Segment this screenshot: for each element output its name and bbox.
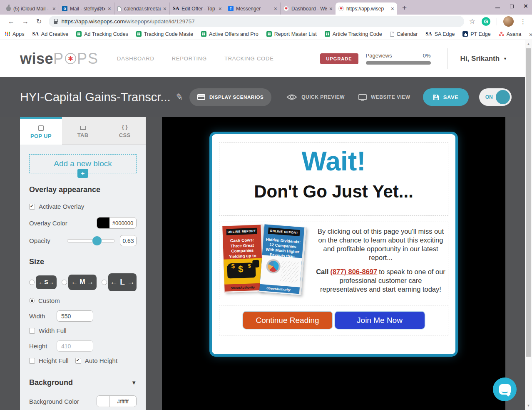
bookmark-star-icon[interactable]: ☆: [469, 17, 475, 26]
size-l-radio[interactable]: [102, 280, 107, 285]
tab-popup[interactable]: POP UP: [20, 117, 62, 145]
width-input[interactable]: 550: [57, 310, 93, 322]
wisepops-icon: ✱: [338, 6, 344, 11]
bookmark-label: PT Edge: [470, 31, 490, 37]
height-input[interactable]: 410: [57, 340, 93, 352]
width-full-checkbox[interactable]: [29, 328, 35, 334]
add-new-block-button[interactable]: Add a new block +: [29, 154, 137, 173]
forward-icon[interactable]: →: [22, 18, 29, 25]
size-m-radio[interactable]: [62, 280, 67, 285]
divider: [447, 48, 448, 69]
plus-icon[interactable]: +: [77, 169, 88, 178]
upgrade-button[interactable]: UPGRADE: [320, 53, 358, 64]
bookmark-active-offers[interactable]: Active Offers and Pro: [201, 31, 259, 37]
chevron-down-icon: ▼: [503, 57, 507, 61]
auto-height-checkbox[interactable]: [75, 358, 81, 364]
display-scenarios-button[interactable]: DISPLAY SCENARIOS: [189, 88, 271, 106]
bookmark-tracking-code-master[interactable]: Tracking Code Maste: [136, 31, 193, 37]
page-scrollbar[interactable]: ▲ ▼: [525, 40, 532, 410]
website-view-button[interactable]: WEBSITE VIEW: [358, 94, 410, 100]
sidebar-body: Add a new block + Overlay appearance Act…: [20, 154, 146, 410]
campaign-on-off-toggle[interactable]: ON: [479, 88, 512, 106]
slider-knob[interactable]: [92, 236, 102, 245]
back-icon[interactable]: ←: [8, 18, 15, 25]
chrome-menu-icon[interactable]: ⋮: [520, 18, 526, 25]
bookmarks-overflow-chevron[interactable]: »: [529, 31, 532, 38]
tab-css[interactable]: { } CSS: [104, 117, 146, 145]
phone-link[interactable]: (877) 806-8697: [330, 268, 377, 275]
streetauthority-icon: SA: [173, 5, 179, 12]
buttons-block[interactable]: Continue Reading Join Me Now: [219, 305, 448, 335]
close-icon[interactable]: ×: [329, 6, 333, 12]
size-custom-radio[interactable]: [29, 298, 35, 303]
close-icon[interactable]: ×: [391, 6, 394, 12]
tab-outlook-mail[interactable]: o Mail - stefny@txs ×: [59, 2, 114, 15]
content-block[interactable]: ONLINE REPORT Cash Cows: Three Great Com…: [219, 222, 448, 299]
restore-icon[interactable]: [510, 5, 514, 8]
tab-active-wisepops[interactable]: ✱ https://app.wisep ×: [336, 2, 397, 15]
height-full-checkbox[interactable]: [29, 358, 35, 364]
bookmark-report-master-list[interactable]: Report Master List: [266, 31, 317, 37]
size-s-button[interactable]: ←S→: [36, 275, 57, 289]
bookmark-sa-edge[interactable]: SA SA Edge: [425, 31, 455, 37]
popup-body-text: By clicking out of this page you'll miss…: [316, 227, 445, 294]
tab-calendar[interactable]: calendar.streetau ×: [114, 2, 169, 15]
background-color-swatch[interactable]: [97, 396, 109, 407]
overlay-color-control[interactable]: #000000: [97, 217, 137, 229]
scroll-down-icon[interactable]: ▼: [525, 402, 532, 409]
quick-preview-button[interactable]: QUICK PREVIEW: [286, 94, 345, 100]
bookmark-ad-creative[interactable]: SA Ad Creative: [32, 31, 69, 37]
close-icon[interactable]: ×: [219, 6, 222, 12]
tab-icloud-mail[interactable]: (5) iCloud Mail - ×: [3, 2, 59, 15]
nav-tracking-code[interactable]: TRACKING CODE: [224, 55, 274, 62]
nav-dashboard[interactable]: DASHBOARD: [117, 55, 154, 62]
activate-overlay-checkbox[interactable]: [29, 204, 35, 210]
grammarly-icon[interactable]: G: [482, 17, 490, 26]
size-m-button[interactable]: ← M →: [68, 275, 97, 290]
tab-edit-offer[interactable]: SA Edit Offer - Top S ×: [169, 2, 225, 15]
user-menu[interactable]: Hi, Srikanth ▼: [460, 55, 507, 63]
bookmark-asana[interactable]: Asana: [499, 31, 521, 37]
wisepops-logo[interactable]: wiseP✱PS: [20, 50, 99, 68]
intercom-chat-button[interactable]: [493, 378, 517, 401]
bookmark-ad-tracking-codes[interactable]: Ad Tracking Codes: [76, 31, 128, 37]
popup-canvas[interactable]: Wait! Don't Go Just Yet... ONLINE REPORT…: [209, 132, 458, 357]
close-icon[interactable]: ×: [274, 6, 277, 12]
close-icon[interactable]: ×: [163, 6, 167, 12]
chart-icon: [462, 31, 468, 37]
heading-block[interactable]: Wait! Don't Go Just Yet...: [219, 142, 448, 216]
bookmark-article-tracking-code[interactable]: Article Tracking Code: [325, 31, 382, 37]
close-window-icon[interactable]: ×: [524, 2, 528, 10]
continue-reading-button[interactable]: Continue Reading: [243, 312, 332, 329]
minimize-icon[interactable]: [495, 8, 500, 8]
overlay-color-value[interactable]: #000000: [109, 218, 136, 228]
nav-reporting[interactable]: REPORTING: [172, 55, 207, 62]
overlay-opacity-slider[interactable]: [67, 239, 115, 242]
bookmark-calendar[interactable]: Calendar: [390, 31, 418, 37]
close-icon[interactable]: ×: [52, 6, 56, 12]
save-button[interactable]: SAVE: [423, 88, 469, 106]
profile-avatar[interactable]: [503, 16, 514, 27]
overlay-opacity-input[interactable]: 0.63: [120, 235, 137, 246]
collapse-caret-icon[interactable]: ▼: [131, 380, 137, 386]
close-icon[interactable]: ×: [108, 6, 111, 12]
background-color-value[interactable]: #ffffff: [109, 396, 136, 407]
scrollbar-thumb[interactable]: [526, 48, 531, 357]
background-color-control[interactable]: #ffffff: [97, 395, 137, 407]
refresh-icon[interactable]: ↻: [36, 18, 42, 25]
scroll-up-icon[interactable]: ▲: [525, 41, 532, 48]
size-s-radio[interactable]: [29, 280, 35, 285]
tab-messenger[interactable]: f Messenger ×: [225, 2, 280, 15]
toggle-knob[interactable]: [496, 90, 510, 104]
new-tab-button[interactable]: +: [402, 3, 407, 12]
tab-dashboard[interactable]: ✱ Dashboard - Wis ×: [280, 2, 336, 15]
tab-tab[interactable]: TAB: [62, 117, 104, 145]
join-me-now-button[interactable]: Join Me Now: [335, 312, 425, 329]
bookmark-apps[interactable]: Apps: [5, 31, 25, 37]
wisepops-header: wiseP✱PS DASHBOARD REPORTING TRACKING CO…: [0, 40, 532, 77]
bookmark-pt-edge[interactable]: PT Edge: [462, 31, 490, 37]
overlay-color-swatch[interactable]: [97, 218, 109, 228]
url-input[interactable]: https://app.wisepops.com/wisepops/update…: [49, 16, 464, 27]
edit-title-icon[interactable]: ✎: [175, 92, 184, 103]
size-l-button[interactable]: ← L →: [108, 273, 137, 291]
